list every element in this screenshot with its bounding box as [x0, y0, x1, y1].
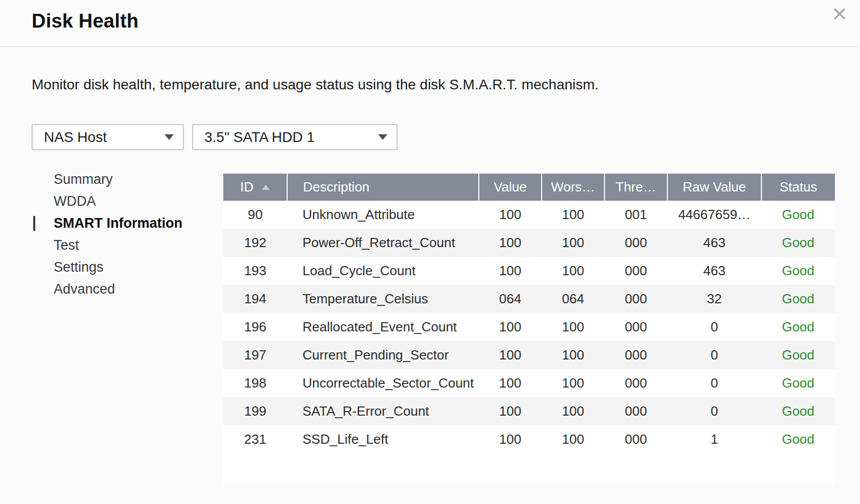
cell-worst: 100: [542, 397, 605, 425]
table-row[interactable]: 231SSD_Life_Left1001000001Good: [223, 425, 835, 453]
table-row[interactable]: 192Power-Off_Retract_Count100100000463Go…: [223, 229, 835, 257]
cell-desc: Load_Cycle_Count: [287, 257, 479, 285]
cell-raw: 463: [667, 229, 761, 257]
column-header-label: Raw Value: [683, 179, 746, 195]
host-select-value: NAS Host: [44, 129, 158, 146]
sidebar-item-settings[interactable]: Settings: [0, 256, 215, 278]
column-header-label: Value: [494, 179, 527, 195]
cell-value: 100: [479, 341, 542, 369]
cell-raw: 0: [667, 341, 761, 369]
dialog-titlebar: Disk Health ✕: [0, 0, 860, 47]
cell-raw: 463: [667, 257, 761, 285]
column-header-label: ID: [240, 179, 253, 195]
cell-raw: 1: [667, 425, 761, 453]
smart-table: IDDescriptionValueWors…Thre…Raw ValueSta…: [223, 174, 835, 453]
cell-value: 100: [479, 313, 542, 341]
column-header-desc[interactable]: Description: [287, 174, 479, 201]
table-row[interactable]: 197Current_Pending_Sector1001000000Good: [223, 341, 835, 369]
cell-raw: 0: [667, 369, 761, 397]
table-row[interactable]: 199SATA_R-Error_Count1001000000Good: [223, 397, 835, 425]
column-header-label: Wors…: [551, 179, 595, 195]
table-header-row: IDDescriptionValueWors…Thre…Raw ValueSta…: [223, 174, 835, 201]
column-header-label: Thre…: [616, 179, 656, 195]
cell-desc: SSD_Life_Left: [287, 425, 479, 453]
table-row[interactable]: 193Load_Cycle_Count100100000463Good: [223, 257, 835, 285]
disk-health-dialog: { "dialog": { "title": "Disk Health", "c…: [0, 0, 860, 504]
column-header-value[interactable]: Value: [479, 174, 542, 201]
sort-ascending-icon: [262, 185, 270, 190]
column-header-worst[interactable]: Wors…: [542, 174, 605, 201]
cell-thresh: 000: [605, 285, 667, 313]
sidebar-item-wdda[interactable]: WDDA: [0, 190, 215, 212]
cell-worst: 100: [542, 425, 605, 453]
cell-value: 100: [479, 201, 542, 229]
cell-id: 193: [223, 257, 287, 285]
close-icon[interactable]: ✕: [826, 1, 853, 28]
cell-desc: Reallocated_Event_Count: [287, 313, 479, 341]
column-header-thresh[interactable]: Thre…: [605, 174, 667, 201]
cell-desc: Temperature_Celsius: [287, 285, 479, 313]
cell-worst: 100: [542, 257, 605, 285]
description-text: Monitor disk health, temperature, and us…: [32, 77, 599, 93]
table-row[interactable]: 198Uncorrectable_Sector_Count1001000000G…: [223, 369, 835, 397]
column-header-label: Status: [780, 179, 818, 195]
cell-worst: 064: [542, 285, 605, 313]
cell-status: Good: [761, 341, 835, 369]
disk-select[interactable]: 3.5" SATA HDD 1: [192, 124, 398, 150]
sidebar-nav: SummaryWDDASMART InformationTestSettings…: [0, 169, 215, 300]
table-row[interactable]: 196Reallocated_Event_Count1001000000Good: [223, 313, 835, 341]
cell-thresh: 000: [605, 341, 667, 369]
cell-status: Good: [761, 229, 835, 257]
cell-desc: Power-Off_Retract_Count: [287, 229, 479, 257]
column-header-id[interactable]: ID: [223, 174, 287, 201]
cell-raw: 32: [667, 285, 761, 313]
sidebar-item-advanced[interactable]: Advanced: [0, 278, 215, 300]
cell-worst: 100: [542, 341, 605, 369]
cell-thresh: 000: [605, 425, 667, 453]
cell-worst: 100: [542, 313, 605, 341]
cell-thresh: 000: [605, 313, 667, 341]
cell-desc: Unknown_Attribute: [287, 201, 479, 229]
table-row[interactable]: 194Temperature_Celsius06406400032Good: [223, 285, 835, 313]
cell-worst: 100: [542, 369, 605, 397]
cell-id: 231: [223, 425, 287, 453]
cell-raw: 44667659…: [667, 201, 761, 229]
cell-thresh: 000: [605, 369, 667, 397]
sidebar-item-summary[interactable]: Summary: [0, 169, 215, 190]
cell-thresh: 001: [605, 201, 667, 229]
cell-thresh: 000: [605, 257, 667, 285]
cell-status: Good: [761, 397, 835, 425]
cell-status: Good: [761, 313, 835, 341]
cell-desc: SATA_R-Error_Count: [287, 397, 479, 425]
cell-status: Good: [761, 285, 835, 313]
cell-status: Good: [761, 369, 835, 397]
table-row[interactable]: 90Unknown_Attribute10010000144667659…Goo…: [223, 201, 835, 229]
column-header-raw[interactable]: Raw Value: [667, 174, 761, 201]
cell-value: 100: [479, 397, 542, 425]
cell-value: 100: [479, 425, 542, 453]
cell-raw: 0: [667, 313, 761, 341]
host-select[interactable]: NAS Host: [32, 124, 184, 150]
cell-status: Good: [761, 257, 835, 285]
table-body: 90Unknown_Attribute10010000144667659…Goo…: [223, 201, 835, 453]
column-header-label: Description: [303, 179, 369, 195]
cell-id: 192: [223, 229, 287, 257]
page-title: Disk Health: [32, 10, 138, 32]
smart-table-panel: IDDescriptionValueWors…Thre…Raw ValueSta…: [223, 174, 835, 484]
cell-id: 90: [223, 201, 287, 229]
cell-value: 100: [479, 257, 542, 285]
cell-thresh: 000: [605, 397, 667, 425]
column-header-status[interactable]: Status: [761, 174, 835, 201]
cell-worst: 100: [542, 201, 605, 229]
cell-value: 100: [479, 229, 542, 257]
cell-status: Good: [761, 201, 835, 229]
cell-id: 199: [223, 397, 287, 425]
sidebar-item-test[interactable]: Test: [0, 234, 215, 256]
cell-id: 194: [223, 285, 287, 313]
cell-desc: Uncorrectable_Sector_Count: [287, 369, 479, 397]
cell-thresh: 000: [605, 229, 667, 257]
cell-id: 198: [223, 369, 287, 397]
sidebar-item-smart-information[interactable]: SMART Information: [0, 212, 215, 234]
chevron-down-icon: [165, 134, 174, 140]
chevron-down-icon: [378, 134, 387, 140]
